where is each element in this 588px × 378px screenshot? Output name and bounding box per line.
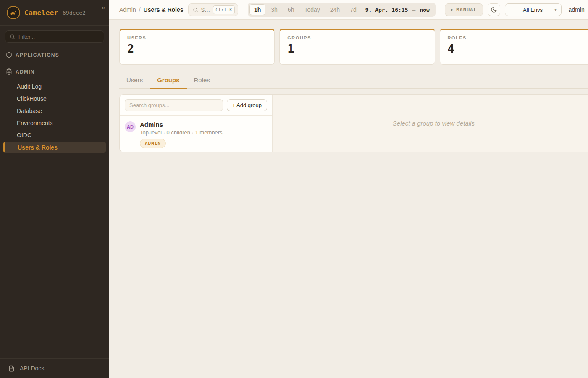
breadcrumb-current: Users & Roles xyxy=(144,6,184,13)
sidebar: Cameleer 69dcce2 « Filter... APPLICATION… xyxy=(0,0,109,378)
groups-search-placeholder: Search groups... xyxy=(129,102,169,108)
stat-value: 4 xyxy=(448,42,587,55)
stat-label: ROLES xyxy=(448,35,587,40)
time-from[interactable]: 9. Apr. 16:15 xyxy=(362,7,412,13)
sidebar-item-users-roles[interactable]: Users & Roles xyxy=(3,142,106,153)
empty-detail-message: Select a group to view details xyxy=(393,120,475,127)
sidebar-divider xyxy=(0,63,109,63)
admin-nav: Audit Log ClickHouse Database Environmen… xyxy=(0,79,109,155)
status-dot: ● xyxy=(451,8,453,12)
add-group-button[interactable]: + Add group xyxy=(227,99,267,111)
cube-icon xyxy=(6,52,12,58)
env-select[interactable]: All Envs ▾ xyxy=(505,3,562,16)
sidebar-item-label: ClickHouse xyxy=(17,95,47,102)
stats-row: USERS 2 GROUPS 1 ROLES 4 xyxy=(119,29,588,65)
range-3h[interactable]: 3h xyxy=(266,4,282,15)
search-text: S… xyxy=(201,7,210,13)
search-shortcut-kbd: Ctrl+K xyxy=(213,5,235,14)
breadcrumb-parent[interactable]: Admin xyxy=(119,6,136,13)
stat-card-roles: ROLES 4 xyxy=(440,29,588,65)
page-content: USERS 2 GROUPS 1 ROLES 4 Users Groups Ro… xyxy=(109,20,588,378)
tab-users[interactable]: Users xyxy=(119,74,150,89)
sidebar-item-label: Environments xyxy=(17,120,53,126)
sidebar-spacer xyxy=(0,155,109,358)
env-selected-value: All Envs xyxy=(511,7,555,13)
topbar-divider xyxy=(243,5,243,15)
groups-panel: Search groups... + Add group AD Admins T… xyxy=(119,94,588,152)
document-icon xyxy=(8,365,15,372)
group-info: Admins Top-level · 0 children · 1 member… xyxy=(140,121,223,148)
stat-label: GROUPS xyxy=(287,35,427,40)
sidebar-item-database[interactable]: Database xyxy=(0,105,109,117)
stat-value: 2 xyxy=(127,42,267,55)
tab-groups[interactable]: Groups xyxy=(150,74,186,89)
range-6h[interactable]: 6h xyxy=(283,4,299,15)
sidebar-collapse-icon[interactable]: « xyxy=(102,4,105,10)
tabs: Users Groups Roles xyxy=(119,74,588,89)
app-logo xyxy=(7,6,20,19)
refresh-mode-badge[interactable]: ● MANUAL xyxy=(445,3,483,16)
sidebar-section-applications[interactable]: APPLICATIONS xyxy=(0,48,109,62)
sidebar-section-admin[interactable]: ADMIN xyxy=(0,65,109,79)
range-24h[interactable]: 24h xyxy=(326,4,344,15)
camel-logo-icon xyxy=(9,8,18,17)
time-separator: – xyxy=(412,7,415,13)
user-name: admin xyxy=(569,6,585,13)
time-range-control: 1h 3h 6h Today 24h 7d 9. Apr. 16:15 – no… xyxy=(248,3,436,17)
sidebar-item-environments[interactable]: Environments xyxy=(0,117,109,129)
search-icon xyxy=(193,7,198,13)
range-today[interactable]: Today xyxy=(299,4,324,15)
sidebar-item-label: Users & Roles xyxy=(18,144,58,151)
sidebar-item-label: Audit Log xyxy=(17,83,42,90)
stat-label: USERS xyxy=(127,35,267,40)
time-to[interactable]: now xyxy=(416,7,433,13)
filter-placeholder: Filter... xyxy=(18,34,35,40)
group-name: Admins xyxy=(140,121,223,128)
stat-card-groups: GROUPS 1 xyxy=(279,29,435,65)
global-search[interactable]: S… Ctrl+K xyxy=(188,3,238,16)
tab-roles[interactable]: Roles xyxy=(187,74,217,89)
groups-toolbar: Search groups... + Add group xyxy=(120,94,272,116)
group-meta: Top-level · 0 children · 1 members xyxy=(140,129,223,136)
topbar: Admin / Users & Roles S… Ctrl+K 1h 3h 6h… xyxy=(109,0,588,20)
chevron-down-icon: ▾ xyxy=(555,8,557,12)
brand-name: Cameleer xyxy=(24,9,58,17)
sidebar-item-label: OIDC xyxy=(17,132,32,139)
main-area: Admin / Users & Roles S… Ctrl+K 1h 3h 6h… xyxy=(109,0,588,378)
moon-icon xyxy=(491,6,497,13)
sidebar-item-audit-log[interactable]: Audit Log xyxy=(0,80,109,92)
range-7d[interactable]: 7d xyxy=(345,4,361,15)
groups-list-column: Search groups... + Add group AD Admins T… xyxy=(120,94,273,152)
range-1h[interactable]: 1h xyxy=(249,4,265,15)
refresh-mode-label: MANUAL xyxy=(456,7,477,13)
section-label: ADMIN xyxy=(16,69,35,75)
breadcrumb-separator: / xyxy=(139,6,141,13)
sidebar-item-clickhouse[interactable]: ClickHouse xyxy=(0,92,109,105)
api-docs-link[interactable]: API Docs xyxy=(0,358,109,378)
brand-build-hash: 69dcce2 xyxy=(63,10,86,16)
theme-toggle-button[interactable] xyxy=(488,3,500,16)
sidebar-header: Cameleer 69dcce2 « xyxy=(0,0,109,26)
search-icon xyxy=(10,34,15,39)
group-detail-pane: Select a group to view details xyxy=(273,94,588,152)
group-role-badge: ADMIN xyxy=(140,139,166,148)
api-docs-label: API Docs xyxy=(20,365,44,372)
sidebar-item-label: Database xyxy=(17,108,42,114)
sidebar-filter-input[interactable]: Filter... xyxy=(5,30,104,43)
group-avatar: AD xyxy=(125,121,136,132)
breadcrumb: Admin / Users & Roles xyxy=(119,6,184,13)
stat-card-users: USERS 2 xyxy=(119,29,275,65)
stat-value: 1 xyxy=(287,42,427,55)
groups-search-input[interactable]: Search groups... xyxy=(125,99,223,111)
gear-icon xyxy=(6,68,12,75)
group-list-item-admins[interactable]: AD Admins Top-level · 0 children · 1 mem… xyxy=(120,116,272,152)
section-label: APPLICATIONS xyxy=(16,52,59,58)
sidebar-item-oidc[interactable]: OIDC xyxy=(0,129,109,141)
